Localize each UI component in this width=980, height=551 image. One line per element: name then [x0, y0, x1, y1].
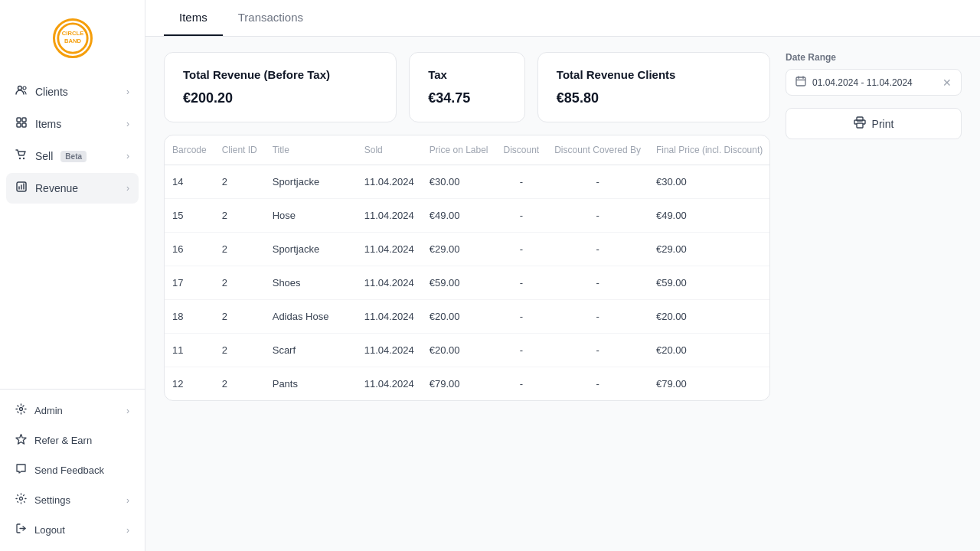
sidebar-item-refer[interactable]: Refer & Earn [6, 425, 139, 455]
table-cell: Hose [265, 199, 357, 233]
svg-point-17 [20, 497, 23, 500]
table-cell: €79.00 [422, 367, 496, 401]
chevron-right-icon: › [126, 525, 129, 536]
sidebar-item-items[interactable]: Items › [6, 109, 139, 139]
sidebar-item-clients-label: Clients [35, 86, 68, 98]
main-content: Items Transactions Total Revenue (Before… [145, 0, 980, 551]
table-cell: - [496, 334, 547, 367]
col-header-discount: Discount [496, 135, 547, 165]
svg-rect-5 [17, 118, 21, 122]
table-cell: Sportjacke [265, 165, 357, 199]
settings-icon [15, 493, 27, 507]
col-header-title: Title [265, 135, 357, 165]
printer-icon [854, 116, 866, 131]
svg-rect-6 [22, 118, 26, 122]
chevron-right-icon: › [126, 86, 129, 97]
print-button[interactable]: Print [786, 108, 962, 139]
summary-cards: Total Revenue (Before Tax) €200.20 Tax €… [164, 52, 770, 122]
table-cell: 17 [165, 266, 214, 300]
table-row: 162Sportjacke11.04.2024€29.00--€29.0030%… [165, 233, 770, 266]
table-cell: €30.00 [422, 165, 496, 199]
table-cell: €29.00 [422, 233, 496, 266]
sidebar-item-refer-label: Refer & Earn [34, 435, 92, 446]
items-icon [15, 116, 28, 132]
tab-items[interactable]: Items [164, 0, 223, 36]
sidebar-item-admin[interactable]: Admin › [6, 396, 139, 425]
table-cell: 11.04.2024 [357, 266, 422, 300]
table-cell: - [547, 233, 648, 266]
close-date-range-icon[interactable]: ✕ [942, 77, 952, 89]
content-left: Total Revenue (Before Tax) €200.20 Tax €… [164, 52, 770, 536]
table-cell: 11.04.2024 [357, 334, 422, 367]
card-total-revenue-clients-value: €85.80 [557, 90, 751, 106]
chevron-right-icon: › [126, 495, 129, 506]
table-row: 142Sportjacke11.04.2024€30.00--€30.0030%… [165, 165, 770, 199]
sidebar-item-revenue-label: Revenue [35, 182, 78, 194]
calendar-icon [795, 76, 806, 89]
table-cell: 14 [165, 165, 214, 199]
table-cell: Sportjacke [265, 233, 357, 266]
card-tax-value: €34.75 [428, 90, 506, 106]
table-cell: 11.04.2024 [357, 233, 422, 266]
table-cell: - [547, 300, 648, 334]
sidebar-item-items-label: Items [35, 118, 61, 130]
date-range-input[interactable]: 01.04.2024 - 11.04.2024 ✕ [786, 69, 962, 96]
table-cell: 2 [214, 165, 265, 199]
table-cell: 15 [165, 199, 214, 233]
date-range-value: 01.04.2024 - 11.04.2024 [812, 77, 913, 88]
sell-beta-badge: Beta [60, 151, 87, 162]
table-cell: €49.00 [422, 199, 496, 233]
sidebar-item-clients[interactable]: Clients › [6, 77, 139, 107]
sidebar-item-logout[interactable]: Logout › [6, 515, 139, 545]
svg-point-10 [23, 158, 24, 159]
svg-rect-7 [17, 123, 21, 127]
table-cell: 2 [214, 233, 265, 266]
card-tax: Tax €34.75 [409, 52, 525, 122]
table-cell: Shoes [265, 266, 357, 300]
svg-marker-16 [16, 435, 26, 445]
table-cell: 2 [214, 300, 265, 334]
table-cell: 11.04.2024 [357, 165, 422, 199]
items-table-container: Barcode Client ID Title Sold Price on La… [164, 135, 770, 401]
table-cell: €20.00 [648, 300, 770, 334]
sidebar-item-feedback-label: Send Feedback [34, 465, 104, 476]
table-body: 142Sportjacke11.04.2024€30.00--€30.0030%… [165, 165, 770, 401]
svg-point-9 [19, 158, 21, 159]
table-cell: 11.04.2024 [357, 300, 422, 334]
table-cell: 2 [214, 199, 265, 233]
table-cell: - [547, 334, 648, 367]
sidebar-item-revenue[interactable]: Revenue › [6, 173, 139, 204]
table-cell: - [496, 233, 547, 266]
items-table: Barcode Client ID Title Sold Price on La… [165, 135, 770, 400]
sidebar-item-logout-label: Logout [34, 524, 65, 536]
content-right: Date Range 01.04.2024 - 11.04.2024 ✕ Pri… [786, 52, 962, 536]
table-cell: - [547, 367, 648, 401]
content-area: Total Revenue (Before Tax) €200.20 Tax €… [145, 37, 980, 551]
sidebar-item-admin-label: Admin [34, 405, 63, 416]
clients-icon [15, 84, 28, 99]
date-range-label: Date Range [786, 52, 962, 63]
chevron-right-icon: › [126, 151, 129, 161]
table-cell: €20.00 [648, 334, 770, 367]
table-cell: - [496, 266, 547, 300]
tab-transactions[interactable]: Transactions [223, 0, 318, 36]
sidebar-item-sell[interactable]: Sell Beta › [6, 141, 139, 171]
table-cell: 11 [165, 334, 214, 367]
print-label: Print [872, 118, 894, 130]
svg-text:CIRCLE: CIRCLE [61, 30, 83, 37]
table-cell: €30.00 [648, 165, 770, 199]
admin-icon [15, 403, 27, 418]
sidebar-item-feedback[interactable]: Send Feedback [6, 455, 139, 485]
tabs-bar: Items Transactions [145, 0, 980, 37]
card-total-revenue-title: Total Revenue (Before Tax) [183, 68, 377, 81]
chevron-right-icon: › [126, 183, 129, 194]
svg-rect-24 [857, 123, 863, 128]
sidebar-item-settings[interactable]: Settings › [6, 485, 139, 515]
sidebar-item-sell-label: Sell [35, 150, 53, 162]
table-cell: 11.04.2024 [357, 199, 422, 233]
table-header-row: Barcode Client ID Title Sold Price on La… [165, 135, 770, 165]
card-total-revenue-clients-title: Total Revenue Clients [557, 68, 751, 81]
table-cell: - [547, 165, 648, 199]
date-range-section: Date Range 01.04.2024 - 11.04.2024 ✕ [786, 52, 962, 96]
svg-point-3 [18, 86, 22, 90]
